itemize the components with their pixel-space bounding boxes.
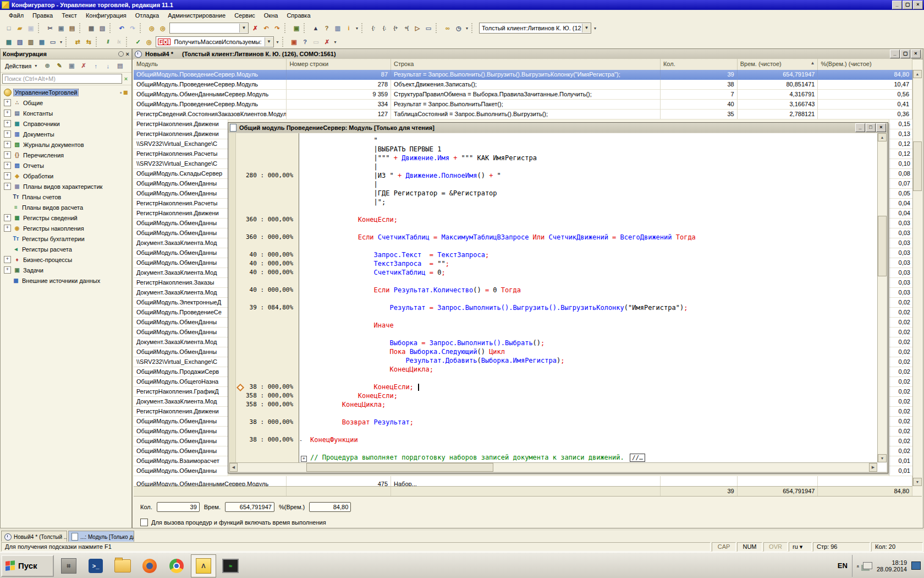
module-list-item[interactable]: ОбщийМодуль.ОбменДанны — [134, 248, 228, 258]
menu-item-5[interactable]: Администрирование — [163, 11, 230, 20]
network-icon[interactable] — [863, 562, 872, 569]
paste-icon[interactable]: ▤ — [67, 24, 77, 33]
redo-icon[interactable]: ↷ — [128, 24, 138, 33]
combo-dropdown-icon[interactable]: ▼ — [265, 37, 273, 46]
tree-item-biznes-processy[interactable]: +♦Бизнес-процессы — [1, 254, 131, 265]
module-list-item[interactable]: ОбщийМодуль.ОбменДанны — [134, 189, 228, 199]
code-line[interactable] — [299, 242, 877, 251]
uncomment-block-icon[interactable]: /x — [114, 37, 124, 47]
tree-item-spravochniki[interactable]: +▦Справочники — [1, 118, 131, 129]
add-to-debug-icon[interactable]: ▣ — [289, 37, 299, 47]
maximize-button[interactable]: ▢ — [903, 1, 912, 9]
module-list-item[interactable]: ОбщийМодуль.ОбменДанны — [134, 427, 228, 437]
table-row[interactable]: ОбщийМодуль.ОбменДаннымиСервер.Модуль9 3… — [134, 90, 912, 100]
code-line[interactable]: Выборка = Запрос.Выполнить().Выбрать(); — [299, 339, 877, 348]
show-desktop-icon[interactable] — [911, 561, 921, 570]
expand-icon[interactable]: + — [4, 266, 11, 274]
menu-item-3[interactable]: Конфигурация — [81, 11, 131, 20]
combo-dropdown-icon[interactable]: ▼ — [582, 24, 591, 32]
percent-field[interactable]: 84,80 — [309, 502, 351, 512]
comment-block-icon[interactable]: // — [103, 37, 113, 47]
module-list-item[interactable]: Документ.ЗаказКлиента.Мод — [134, 288, 228, 298]
code-area[interactable]: " |ВЫБРАТЬ ПЕРВЫЕ 1 |""" + Движение.Имя … — [299, 133, 877, 462]
time-field[interactable]: 654,791947 — [225, 502, 274, 512]
scroll-up-icon[interactable]: ▲ — [878, 133, 887, 141]
tray-expand-icon[interactable]: « — [855, 565, 860, 566]
scroll-thumb[interactable] — [913, 141, 922, 191]
close-panel-icon[interactable]: × — [126, 51, 129, 57]
edit-icon[interactable]: ✎ — [54, 61, 64, 70]
clear-search-icon[interactable]: × — [122, 75, 130, 82]
module-list-item[interactable]: ОбщийМодуль.ОбменДанны — [134, 228, 228, 238]
dropdown-arrow-icon[interactable]: ▾ — [333, 40, 338, 45]
copy-fragment-icon[interactable]: ▣ — [292, 24, 301, 33]
info-icon[interactable]: i — [344, 24, 354, 33]
scroll-down-icon[interactable]: ▼ — [878, 454, 887, 462]
code-line[interactable] — [299, 207, 877, 216]
table-row[interactable]: ОбщийМодуль.ПроведениеСервер.Модуль87Рез… — [134, 70, 912, 80]
scroll-right-icon[interactable]: ▶ — [869, 463, 877, 472]
table-row[interactable]: ОбщийМодуль.ПроведениеСервер.Модуль334Ре… — [134, 100, 912, 110]
collapse-icon[interactable]: - — [299, 437, 310, 443]
module-list-item[interactable]: ОбщийМодуль.ОбменДанны — [134, 328, 228, 337]
module-list-item[interactable]: ОбщийМодуль.ОбменДанны — [134, 347, 228, 357]
open-document-icon[interactable]: ▰ — [15, 24, 25, 33]
column-header-2[interactable]: Строка — [391, 59, 661, 70]
tree-item-registry-svedeniy[interactable]: +▦Регистры сведений — [1, 212, 131, 223]
code-line[interactable]: |ГДЕ Регистратор = &Регистратор — [299, 189, 877, 198]
module-list-item[interactable]: ОбщийМодуль.ОбменДанны — [134, 219, 228, 228]
pin-icon[interactable] — [118, 51, 124, 57]
editor-close-button[interactable]: × — [876, 123, 886, 132]
module-list-item[interactable]: ОбщийМодуль.ОбменДанны — [134, 466, 228, 476]
find-previous-icon[interactable]: ↶ — [261, 24, 271, 33]
code-line[interactable]: КонецЕсли; — [299, 383, 877, 392]
expand-icon[interactable]: + — [4, 141, 11, 148]
find-in-files-icon[interactable]: ◎ — [147, 24, 157, 33]
help-book-icon[interactable]: ▥ — [333, 24, 343, 33]
code-line[interactable]: КонецЦикла; — [299, 401, 877, 410]
context-help-icon[interactable]: ? — [322, 24, 332, 33]
copy-icon[interactable]: ▣ — [56, 24, 66, 33]
child-close-button[interactable]: × — [911, 50, 921, 58]
module-list-item[interactable]: ОбщийМодуль.ОбменДанны — [134, 258, 228, 268]
code-line[interactable]: " — [299, 137, 877, 145]
code-line[interactable]: Результат.Добавить(Выборка.ИмяРегистра); — [299, 357, 877, 366]
debug-client-combo[interactable]: Толстый клиент:Литвинов К. Ю. (12▼ — [479, 23, 591, 34]
search-combo[interactable]: ▼ — [169, 23, 249, 34]
code-line[interactable]: |ИЗ " + Движение.ПолноеИмя() + " — [299, 172, 877, 181]
code-line[interactable]: Если СчетчикТаблиц = МаксимумТаблицВЗапр… — [299, 233, 877, 242]
syntax-assistant-icon[interactable]: ▲ — [311, 24, 321, 33]
delete-icon[interactable]: ✗ — [79, 61, 89, 70]
table-vertical-scrollbar[interactable]: ▲ ▼ — [912, 70, 922, 486]
expand-icon[interactable]: + — [4, 225, 11, 232]
tree-item-otchety[interactable]: +▨Отчеты — [1, 160, 131, 171]
code-line[interactable]: -КонецФункции — [299, 436, 877, 445]
close-button[interactable]: × — [913, 1, 923, 9]
open-module-icon[interactable]: ▭ — [48, 37, 58, 47]
editor-minimize-button[interactable]: _ — [855, 123, 865, 132]
procedure-end-icon[interactable]: {↓ — [380, 24, 389, 33]
column-header-4[interactable]: Врем. (чистое)▲ — [738, 59, 818, 70]
function-combo[interactable]: F[x]ПолучитьМассивИспользуемы:▼ — [156, 36, 274, 47]
module-list-item[interactable]: ОбщийМодуль.ПродажиСерв — [134, 367, 228, 377]
find-icon[interactable]: ◎ — [158, 24, 168, 33]
expand-icon[interactable]: + — [4, 162, 11, 169]
merge-configs-icon[interactable]: ⇆ — [84, 37, 94, 47]
code-line[interactable]: СчетчикТаблиц = 0; — [299, 269, 877, 277]
expand-icon[interactable]: + — [4, 183, 11, 190]
new-document-icon[interactable]: □ — [4, 24, 14, 33]
code-line[interactable]: |"; — [299, 198, 877, 207]
call-hierarchy-icon[interactable]: ∞ — [443, 24, 453, 33]
dropdown-arrow-icon[interactable]: ▾ — [592, 26, 598, 31]
editor-horizontal-scrollbar[interactable]: ◀ ▶ — [229, 462, 877, 472]
powershell-icon[interactable]: >_ — [83, 554, 108, 577]
scroll-left-icon[interactable]: ◀ — [229, 463, 238, 472]
watch-icon[interactable]: ? — [300, 37, 310, 47]
compare-configs-icon[interactable]: ⇄ — [73, 37, 82, 47]
module-list-item[interactable]: ОбщийМодуль.ОбщегоНазна — [134, 377, 228, 387]
file-explorer-icon[interactable] — [110, 554, 135, 577]
print-preview-icon[interactable]: ▧ — [97, 24, 107, 33]
tree-item-registry-buhgalterii[interactable]: ТтРегистры бухгалтерии — [1, 233, 131, 244]
code-line[interactable] — [299, 374, 877, 383]
goto-line-icon[interactable]: +{ — [402, 24, 411, 33]
